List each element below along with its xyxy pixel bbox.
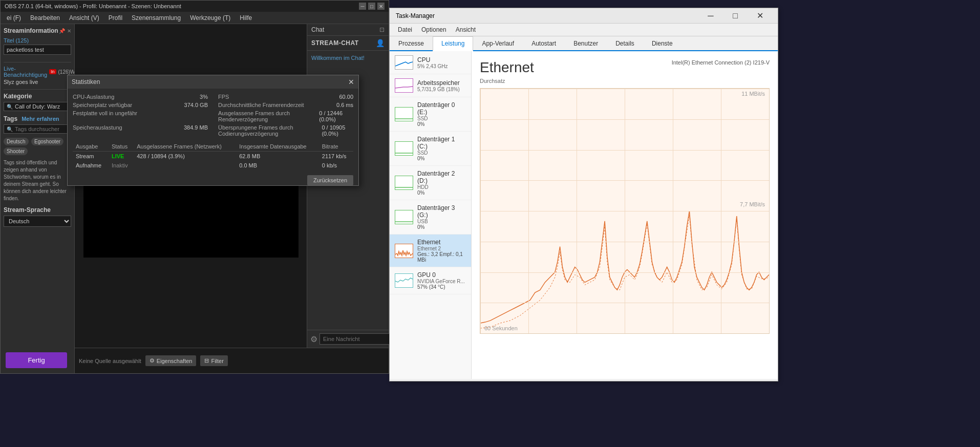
stats-disk-row: Festplatte voll in ungefähr [73,110,208,122]
gpu-item-info: GPU 0 NVIDIA GeForce R... 57% (34 °C) [417,271,466,290]
stats-col-ausgabe: Ausgabe [73,142,109,152]
grid-v-1 [528,89,529,333]
disk1-item-info: Datenträger 1 (C:) SSD 0% [417,136,466,161]
stream-lang-section: Stream-Sprache Deutsch [4,206,71,227]
tag-deutsch[interactable]: Deutsch [4,138,29,145]
taskman-window-controls: ─ □ ✕ [699,8,772,24]
tags-search-input[interactable] [15,126,68,132]
taskman-menu-datei[interactable]: Datei [394,25,416,35]
tab-app-verlauf[interactable]: App-Verlauf [473,36,523,50]
goes-live-text: Slyz goes live [4,79,71,85]
perf-header: Ethernet Durchsatz Intel(R) Ethernet Con… [480,59,770,84]
ethernet-item-sub: Ethernet 2 [417,246,466,251]
live-badge: In [49,69,56,74]
obs-menu-view[interactable]: Ansicht (V) [65,13,103,23]
live-notif-label: Live-Benachrichtigung In (126)W [4,66,71,78]
disk1-mini-chart [395,141,413,156]
obs-close-btn[interactable]: ✕ [377,3,385,10]
stats-stream-label: Stream [73,152,109,161]
taskman-maximize-btn[interactable]: □ [723,8,747,24]
eigenschaften-btn[interactable]: ⚙ Eigenschaften [145,355,197,366]
taskman-titlebar: Task-Manager ─ □ ✕ [390,8,778,24]
disk0-usage: 0% [417,121,466,127]
perf-item-disk2[interactable]: Datenträger 2 (D:) HDD 0% [390,166,471,200]
disk3-usage: 0% [417,224,466,230]
chat-header-label: Chat [311,26,324,33]
filter-btn[interactable]: ⊟ Filter [200,355,227,366]
live-notif-126w: (126)W [58,69,75,75]
category-label: Kategorie [4,93,71,100]
stats-close-btn[interactable]: ✕ [348,78,354,86]
perf-item-disk0[interactable]: Datenträger 0 (E:) SSD 0% [390,97,471,132]
obs-minimize-btn[interactable]: ─ [359,3,366,10]
tab-benutzer[interactable]: Benutzer [565,36,607,50]
stats-stream-frames: 428 / 10894 (3.9%) [134,152,236,161]
perf-item-disk1[interactable]: Datenträger 1 (C:) SSD 0% [390,132,471,166]
disk1-usage: 0% [417,156,466,161]
chat-input-area: ⚙ Chat [307,330,389,348]
mehr-erfahren-link[interactable]: Mehr erfahren [22,116,59,122]
stream-info-close-btn[interactable]: ✕ [67,28,71,34]
perf-item-gpu[interactable]: GPU 0 NVIDIA GeForce R... 57% (34 °C) [390,267,471,294]
tag-shooter[interactable]: Shooter [4,147,28,155]
obs-menu-edit[interactable]: Bearbeiten [26,13,64,23]
chat-message-input[interactable] [319,333,397,345]
tab-leistung[interactable]: Leistung [433,36,473,51]
obs-menu-file[interactable]: ei (F) [3,13,25,23]
taskman-menu-optionen[interactable]: Optionen [417,25,451,35]
perf-item-ethernet[interactable]: Ethernet Ethernet 2 Ges.: 3,2 Empf.: 0,1… [390,235,471,267]
stats-cpu-row: CPU-Auslastung 3% [73,94,208,100]
chat-user-icon: 👤 [376,39,385,47]
perf-item-cpu[interactable]: CPU 5% 2,43 GHz [390,51,471,74]
obs-bottom-bar: Keine Quelle ausgewählt ⚙ Eigenschaften … [75,348,389,373]
tab-details[interactable]: Details [607,36,643,50]
tab-autostart[interactable]: Autostart [523,36,565,50]
obs-preview-area [75,24,307,348]
disk3-usb-label: USB [417,219,466,224]
obs-menu-help[interactable]: Hilfe [236,13,256,23]
tab-prozesse[interactable]: Prozesse [390,36,433,50]
grid-v-4 [673,89,673,333]
chat-detach-icon[interactable]: ⊡ [379,26,385,33]
gpu-mini-svg [395,274,413,287]
perf-item-disk3[interactable]: Datenträger 3 (G:) USB 0% [390,200,471,235]
tags-search-box: 🔍 [4,124,71,134]
stats-title: Statistiken [72,78,100,86]
obs-maximize-btn[interactable]: □ [368,3,375,10]
grid-v-0 [480,89,481,333]
gear-icon: ⚙ [150,357,155,364]
divider-2 [4,89,71,90]
stats-fps-row: FPS 60.00 [218,94,353,100]
chat-settings-icon[interactable]: ⚙ [310,334,317,344]
stats-col-frames: Ausgelassene Frames (Netzwerk) [134,142,236,152]
perf-throughput-label: Durchsatz [480,78,534,84]
obs-menu-profile[interactable]: Profil [104,13,126,23]
perf-item-ram[interactable]: Arbeitsspeicher 5,7/31,9 GB (18%) [390,74,471,97]
stats-stream-bitrate: 2117 kb/s [319,152,353,161]
lang-select[interactable]: Deutsch [4,216,71,227]
title-input[interactable] [4,45,71,55]
stream-info-controls: 📌 ✕ [59,28,71,34]
tag-egoshooter[interactable]: Egoshooter [31,138,63,145]
taskman-minimize-btn[interactable]: ─ [699,8,722,24]
obs-menu-tools[interactable]: Werkzeuge (T) [186,13,235,23]
stats-grid: CPU-Auslastung 3% FPS 60.00 Speicherplat… [73,94,353,137]
category-search-input[interactable] [15,103,68,110]
cpu-mini-chart [395,55,413,70]
disk3-mini-chart [395,210,413,224]
grid-v-6 [769,89,770,333]
title-field-label: Titel (125) [4,37,71,44]
taskman-menu-ansicht[interactable]: Ansicht [452,25,480,35]
stats-table: Ausgabe Status Ausgelassene Frames (Netz… [73,142,353,170]
fertig-button[interactable]: Fertig [6,352,67,368]
obs-window-controls: ─ □ ✕ [359,3,385,10]
obs-menu-scene-collection[interactable]: Szenensammlung [127,13,185,23]
disk3-item-name: Datenträger 3 (G:) [417,204,466,219]
no-source-label: Keine Quelle ausgewählt [79,358,141,364]
stats-reset-btn[interactable]: Zurücksetzen [307,175,353,185]
taskman-close-btn[interactable]: ✕ [748,8,772,24]
cpu-item-info: CPU 5% 2,43 GHz [417,56,466,69]
tab-dienste[interactable]: Dienste [643,36,681,50]
taskman-tabs: Prozesse Leistung App-Verlauf Autostart … [390,36,778,51]
stream-info-pin-btn[interactable]: 📌 [59,28,65,34]
